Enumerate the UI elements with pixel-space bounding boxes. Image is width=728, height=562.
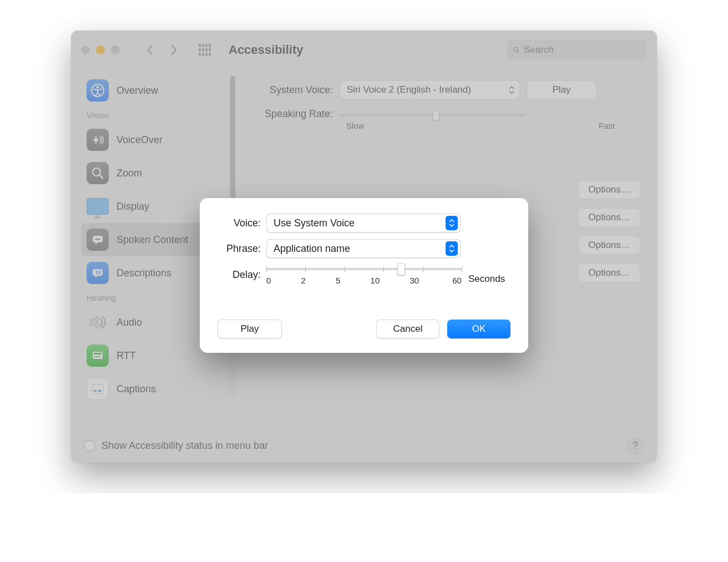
sheet-play-button[interactable]: Play <box>218 320 282 338</box>
delay-tick-label: 60 <box>452 276 462 285</box>
delay-tick-label: 0 <box>266 276 271 285</box>
dropdown-stepper-icon <box>446 216 458 230</box>
voice-dropdown[interactable]: Use System Voice <box>266 214 461 232</box>
delay-thumb[interactable] <box>397 263 405 275</box>
cancel-button[interactable]: Cancel <box>376 320 439 338</box>
delay-tick-label: 5 <box>336 276 340 285</box>
phrase-label: Phrase: <box>218 243 266 255</box>
delay-tick-label: 2 <box>301 276 306 285</box>
delay-unit-label: Seconds <box>468 274 505 285</box>
delay-tick-label: 10 <box>371 276 380 285</box>
voice-label: Voice: <box>218 217 266 229</box>
phrase-dropdown[interactable]: Application name <box>266 239 461 258</box>
delay-label: Delay: <box>218 269 266 281</box>
announcement-options-sheet: Voice: Use System Voice Phrase: Applicat… <box>200 198 528 353</box>
ok-button[interactable]: OK <box>447 320 510 338</box>
voice-value: Use System Voice <box>274 217 355 229</box>
preferences-window: Accessibility Overview Vision Vo <box>71 31 657 463</box>
phrase-value: Application name <box>274 243 350 255</box>
delay-tick-label: 30 <box>410 276 419 285</box>
delay-slider[interactable]: 0 2 5 10 30 60 <box>266 265 462 285</box>
dropdown-stepper-icon <box>446 241 458 256</box>
